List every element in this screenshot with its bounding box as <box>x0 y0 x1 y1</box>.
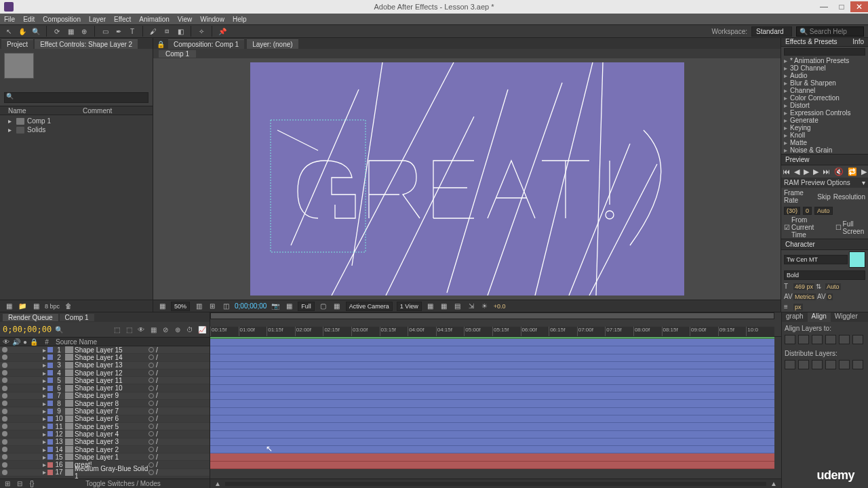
layer-track[interactable] <box>210 339 774 346</box>
resolution-dropdown[interactable]: Full <box>298 302 315 311</box>
ram-preview-button[interactable]: ▶ <box>861 167 867 176</box>
pan-behind-tool-icon[interactable]: ⊕ <box>79 26 89 36</box>
layer-row[interactable]: ▸11Shape Layer 5/ <box>0 423 210 430</box>
search-help-input[interactable]: 🔍 Search Help <box>796 26 864 37</box>
layer-row[interactable]: ▸14Shape Layer 2/ <box>0 446 210 453</box>
playhead[interactable] <box>213 337 214 479</box>
viewer-timecode[interactable]: 0;00;00;00 <box>235 302 267 310</box>
font-family-dropdown[interactable]: Tw Cen MT <box>784 255 848 264</box>
stroke-input[interactable]: px <box>793 304 803 310</box>
pen-tool-icon[interactable]: ✒ <box>114 26 123 36</box>
exposure-reset-icon[interactable]: ☀ <box>480 302 490 311</box>
align-hcenter-button[interactable] <box>798 335 809 344</box>
effects-category[interactable]: ▸Distort <box>781 102 868 109</box>
layer-track[interactable] <box>210 400 774 407</box>
views-dropdown[interactable]: 1 View <box>397 302 422 311</box>
hand-tool-icon[interactable]: ✋ <box>18 26 27 36</box>
leading-input[interactable]: Auto <box>825 283 841 290</box>
align-bottom-button[interactable] <box>852 335 863 344</box>
grid-icon[interactable]: ⊞ <box>208 302 217 311</box>
video-col-icon[interactable]: 👁 <box>3 338 9 346</box>
col-name[interactable]: Name <box>8 107 83 115</box>
loop-button[interactable]: 🔁 <box>848 167 857 176</box>
layer-row[interactable]: ▸3Shape Layer 13/ <box>0 362 210 369</box>
layer-row[interactable]: ▸1Shape Layer 15/ <box>0 346 210 354</box>
menu-file[interactable]: File <box>4 16 15 23</box>
resolution-input[interactable]: Auto <box>814 207 833 215</box>
tab-render-queue[interactable]: Render Queue <box>3 314 58 321</box>
framerate-input[interactable]: (30) <box>784 207 800 215</box>
maximize-button[interactable]: □ <box>833 1 850 12</box>
minimize-button[interactable]: — <box>815 1 833 12</box>
next-frame-button[interactable]: ▶ <box>813 167 818 176</box>
col-source-name[interactable]: Source Name <box>53 338 149 346</box>
project-item-label[interactable]: Comp 1 <box>27 117 51 125</box>
menu-help[interactable]: Help <box>233 16 247 23</box>
camera-tool-icon[interactable]: ▦ <box>66 26 75 36</box>
clone-tool-icon[interactable]: ⧈ <box>162 26 172 36</box>
dist-hcenter-button[interactable] <box>839 360 850 369</box>
layer-track[interactable] <box>210 415 774 423</box>
menu-effect[interactable]: Effect <box>114 16 131 23</box>
menu-animation[interactable]: Animation <box>139 16 169 23</box>
from-current-checkbox[interactable]: ☑ <box>784 224 790 231</box>
effects-category[interactable]: ▸Noise & Grain <box>781 146 868 154</box>
first-frame-button[interactable]: ⏮ <box>783 167 790 176</box>
brainstorm-icon[interactable]: ⊕ <box>173 325 182 334</box>
layer-track[interactable] <box>210 423 774 430</box>
timeline-icon[interactable]: ▤ <box>453 302 462 311</box>
effects-category[interactable]: ▸Color Correction <box>781 94 868 102</box>
selection-tool-icon[interactable]: ↖ <box>4 26 14 36</box>
layer-track[interactable] <box>210 377 774 384</box>
layer-row[interactable]: ▸9Shape Layer 7/ <box>0 407 210 415</box>
tab-effect-controls[interactable]: Effect Controls: Shape Layer 2 <box>35 39 138 49</box>
align-left-button[interactable] <box>785 335 795 344</box>
lock-col-icon[interactable]: 🔒 <box>30 338 38 346</box>
prev-frame-button[interactable]: ◀ <box>794 167 800 176</box>
layer-track[interactable] <box>210 408 774 415</box>
interpret-icon[interactable]: ▦ <box>4 302 14 311</box>
layer-row[interactable]: ▸13Shape Layer 3/ <box>0 439 210 446</box>
tab-composition[interactable]: Composition: Comp 1 <box>168 39 244 49</box>
workspace-dropdown[interactable]: Standard <box>751 26 792 37</box>
new-folder-icon[interactable]: 📁 <box>18 302 27 311</box>
layer-row[interactable]: ▸8Shape Layer 8/ <box>0 400 210 407</box>
search-icon[interactable]: 🔍 <box>54 325 64 334</box>
canvas[interactable] <box>250 62 684 296</box>
mute-button[interactable]: 🔇 <box>834 167 844 176</box>
layer-row[interactable]: ▸5Shape Layer 11/ <box>0 377 210 384</box>
rectangle-tool-icon[interactable]: ▭ <box>100 26 110 36</box>
layer-track[interactable] <box>210 362 774 369</box>
snapshot-icon[interactable]: 📷 <box>271 302 280 311</box>
layer-row[interactable]: ▸4Shape Layer 12/ <box>0 369 210 377</box>
fast-preview-icon[interactable]: ▦ <box>439 302 449 311</box>
camera-dropdown[interactable]: Active Camera <box>346 302 393 311</box>
mask-icon[interactable]: ◫ <box>221 302 231 311</box>
composition-viewer[interactable] <box>153 58 781 300</box>
align-vcenter-button[interactable] <box>839 335 850 344</box>
effects-category[interactable]: ▸Keying <box>781 124 868 131</box>
trash-icon[interactable]: 🗑 <box>64 302 73 311</box>
layer-row[interactable]: ▸17Medium Gray-Blue Solid 1/ <box>0 469 210 476</box>
toggle-switches-label[interactable]: Toggle Switches / Modes <box>39 480 207 487</box>
effects-category[interactable]: ▸* Animation Presets <box>781 57 868 64</box>
layer-track[interactable] <box>210 439 774 446</box>
zoom-tool-icon[interactable]: 🔍 <box>31 26 41 36</box>
tab-timeline-comp[interactable]: Comp 1 <box>60 314 94 321</box>
effects-category[interactable]: ▸Channel <box>781 87 868 94</box>
comp-mini-flowchart-icon[interactable]: ⬚ <box>112 325 121 334</box>
solo-col-icon[interactable]: ● <box>23 338 27 346</box>
auto-key-icon[interactable]: ⏱ <box>185 325 195 334</box>
layer-track[interactable] <box>210 385 774 392</box>
effects-category[interactable]: ▸Matte <box>781 139 868 146</box>
pixel-aspect-icon[interactable]: ▦ <box>426 302 435 311</box>
menu-layer[interactable]: Layer <box>89 16 106 23</box>
effects-list[interactable]: ▸* Animation Presets▸3D Channel▸Audio▸Bl… <box>781 57 868 154</box>
chevron-right-icon[interactable]: ▸ <box>8 126 14 134</box>
comp-breadcrumb[interactable]: Comp 1 <box>159 50 196 58</box>
skip-input[interactable]: 0 <box>803 207 812 215</box>
tab-effects-presets[interactable]: Effects & Presets <box>785 38 837 45</box>
kerning-input[interactable]: Metrics <box>793 293 816 300</box>
menu-window[interactable]: Window <box>200 16 224 23</box>
eraser-tool-icon[interactable]: ◧ <box>176 26 185 36</box>
